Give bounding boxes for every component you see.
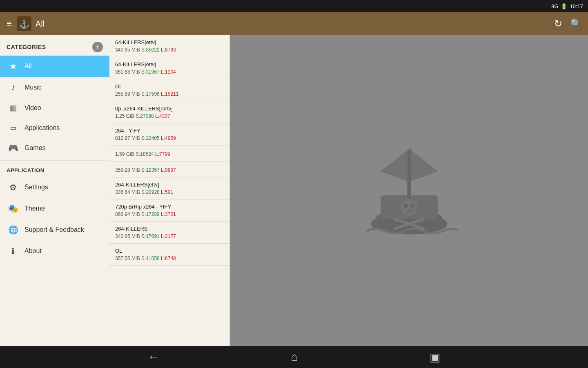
torrent-size: 357.55 MiB [115, 256, 141, 261]
torrent-size: 1.59 GiB [115, 151, 136, 157]
torrent-size: 351.88 MiB [115, 69, 141, 75]
torrent-size: 340.85 MiB [115, 233, 141, 239]
sidebar-item-applications[interactable]: ▭ Applications [0, 118, 109, 137]
torrent-title: 0p..x264-KILLERS[rartv] [115, 105, 224, 112]
games-icon: 🎮 [8, 143, 18, 153]
svg-marker-6 [411, 150, 437, 181]
torrent-item[interactable]: 0p..x264-KILLERS[rartv] 1.25 GiB S:27098… [109, 101, 229, 123]
sidebar-item-games[interactable]: 🎮 Games [0, 137, 109, 159]
app-logo: ⚓ [17, 16, 31, 31]
applications-icon: ▭ [8, 124, 18, 132]
menu-icon[interactable]: ≡ [7, 18, 12, 29]
settings-icon: ⚙ [8, 182, 18, 192]
torrent-seeds: S:27098 [136, 113, 155, 119]
star-icon: ★ [8, 61, 18, 71]
sidebar-item-games-label: Games [24, 144, 46, 152]
torrent-leeches: L:3177 [161, 233, 176, 239]
torrent-item[interactable]: 359.28 MiB S:12357 L:9897 [109, 162, 229, 177]
torrent-leeches: L:4337 [155, 113, 170, 119]
home-button[interactable]: ⌂ [291, 350, 298, 364]
time-display: 10:17 [570, 3, 583, 9]
torrent-leeches: L:6748 [161, 256, 176, 261]
torrent-seeds: S:22405 [141, 135, 161, 141]
torrent-item[interactable]: 264 - YIFY 812.97 MiB S:22405 L:4959 [109, 123, 229, 146]
torrent-item[interactable]: 1.59 GiB S:18524 L:7799 [109, 146, 229, 162]
sidebar-item-support-label: Support & Feedback [24, 226, 84, 233]
bottom-nav: ← ⌂ ▣ [0, 346, 588, 368]
torrent-size: 1.25 GiB [115, 113, 136, 119]
sidebar-item-video-label: Video [24, 104, 41, 112]
torrent-leeches: L:4959 [161, 135, 176, 141]
torrent-meta: 357.55 MiB S:11058 L:6748 [115, 256, 224, 261]
sidebar-item-applications-label: Applications [24, 124, 60, 132]
torrent-meta: 812.97 MiB S:22405 L:4959 [115, 135, 224, 141]
application-section-label: APPLICATION [0, 162, 109, 177]
svg-point-10 [404, 204, 408, 208]
video-icon: ▦ [8, 103, 18, 112]
sidebar-item-video[interactable]: ▦ Video [0, 98, 109, 118]
torrent-leeches: L:1104 [161, 69, 176, 75]
sidebar-item-about[interactable]: ℹ About [0, 240, 109, 262]
torrent-leeches: L:3721 [161, 211, 176, 217]
torrent-item[interactable]: 264-KILLERS 340.85 MiB S:17691 L:3177 [109, 222, 229, 244]
torrent-meta: 359.28 MiB S:12357 L:9897 [115, 167, 224, 173]
sidebar-item-all[interactable]: ★ All [0, 56, 109, 77]
torrent-leeches: L:7799 [155, 151, 170, 157]
svg-point-11 [410, 204, 414, 208]
sidebar-divider [0, 160, 109, 161]
torrent-title: 720p BrRip x264 - YIFY [115, 204, 224, 210]
search-icon[interactable]: 🔍 [570, 18, 581, 29]
torrent-meta: 255.89 MiB S:17598 L:15211 [115, 91, 224, 97]
torrent-seeds: S:85022 [141, 47, 161, 53]
categories-header: CATEGORIES + [0, 35, 109, 56]
signal-indicator: 3G [551, 3, 558, 9]
music-icon: ♪ [8, 83, 18, 92]
refresh-icon[interactable]: ↻ [554, 18, 562, 29]
about-icon: ℹ [8, 246, 18, 256]
status-icons: 3G 🔋 10:17 [551, 3, 583, 9]
torrent-size: 340.85 MiB [115, 47, 141, 53]
torrent-meta: 1.59 GiB S:18524 L:7799 [115, 151, 224, 157]
torrent-item[interactable]: OL 255.89 MiB S:17598 L:15211 [109, 79, 229, 101]
sidebar-item-about-label: About [24, 247, 42, 255]
torrent-seeds: S:17691 [141, 233, 161, 239]
theme-icon: 🎭 [8, 204, 18, 213]
sidebar-item-settings-label: Settings [24, 184, 48, 191]
sidebar-item-music[interactable]: ♪ Music [0, 77, 109, 98]
torrent-leeches: L:8763 [161, 47, 176, 53]
torrent-leeches: L:9897 [161, 167, 176, 173]
torrent-item[interactable]: 64-KILLERS[ettv] 340.85 MiB S:85022 L:87… [109, 35, 229, 57]
sidebar-item-music-label: Music [24, 84, 42, 91]
torrent-size: 359.28 MiB [115, 167, 141, 173]
back-button[interactable]: ← [148, 350, 159, 364]
torrent-size: 255.89 MiB [115, 91, 141, 97]
torrent-item[interactable]: 264-KILLERS[ettv] 335.64 MiB S:20928 L:5… [109, 177, 229, 200]
torrent-title: OL [115, 248, 224, 254]
torrent-meta: 866.94 MiB S:17289 L:3721 [115, 211, 224, 217]
recent-apps-button[interactable]: ▣ [430, 350, 440, 364]
sidebar-item-theme[interactable]: 🎭 Theme [0, 198, 109, 219]
torrent-meta: 351.88 MiB S:31967 L:1104 [115, 69, 224, 75]
torrent-title: 264 - YIFY [115, 128, 224, 134]
torrent-meta: 335.64 MiB S:20928 L:591 [115, 189, 224, 195]
sidebar-item-settings[interactable]: ⚙ Settings [0, 177, 109, 198]
torrent-seeds: S:17289 [141, 211, 161, 217]
sidebar-item-all-label: All [24, 63, 32, 70]
status-bar: 3G 🔋 10:17 [0, 0, 588, 12]
sidebar-item-theme-label: Theme [24, 205, 45, 212]
add-category-button[interactable]: + [92, 42, 103, 52]
torrent-item[interactable]: 720p BrRip x264 - YIFY 866.94 MiB S:1728… [109, 200, 229, 222]
torrent-meta: 1.25 GiB S:27098 L:4337 [115, 113, 224, 119]
svg-point-9 [401, 199, 418, 216]
torrent-size: 866.94 MiB [115, 211, 141, 217]
svg-marker-8 [407, 141, 419, 150]
pirate-bay-logo [360, 133, 458, 248]
torrent-size: 812.97 MiB [115, 135, 141, 141]
torrent-item[interactable]: OL 357.55 MiB S:11058 L:6748 [109, 244, 229, 266]
app-bar: ≡ ⚓ All ↻ 🔍 [0, 12, 588, 35]
sidebar-item-support[interactable]: 🌐 Support & Feedback [0, 219, 109, 240]
torrent-seeds: S:11058 [141, 256, 161, 261]
torrent-item[interactable]: 64-KILLERS[ettv] 351.88 MiB S:31967 L:11… [109, 57, 229, 79]
app-bar-title: All [36, 19, 554, 29]
pirate-area [230, 35, 588, 346]
